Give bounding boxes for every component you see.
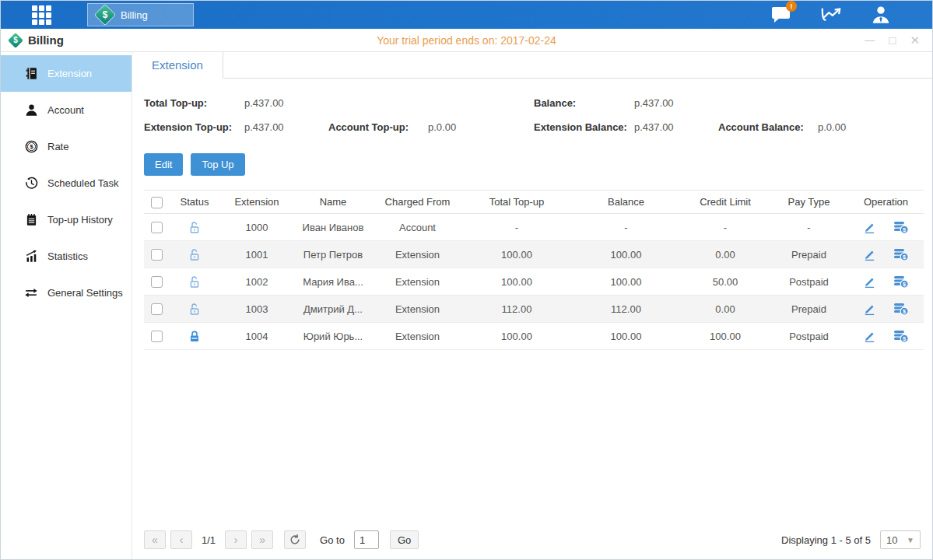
window-title: Billing [28, 33, 64, 47]
lock-open-icon[interactable] [188, 303, 201, 316]
extension-balance-label: Extension Balance: [534, 121, 634, 133]
prev-page-button[interactable]: ‹ [170, 530, 192, 549]
tab-extension[interactable]: Extension [132, 52, 223, 79]
col-extension: Extension [220, 191, 293, 214]
chevron-down-icon: ▼ [907, 536, 914, 544]
total-topup-label: Total Top-up: [144, 97, 244, 109]
window-title-group: $ Billing [1, 33, 64, 47]
top-up-button[interactable]: Top Up [191, 153, 244, 176]
col-charged-from: Charged From [373, 191, 462, 214]
content: Total Top-up: p.437.00 Extension Top-up:… [132, 79, 933, 559]
account-icon [24, 103, 38, 117]
apps-grid-glyph [30, 4, 52, 26]
col-credit-limit: Credit Limit [681, 191, 770, 214]
first-page-button[interactable]: « [144, 530, 166, 549]
action-buttons: Edit Top Up [144, 153, 924, 176]
topup-coins-icon[interactable]: $ [893, 302, 909, 316]
row-checkbox[interactable] [151, 276, 163, 288]
page-indicator: 1/1 [202, 534, 216, 546]
sidebar-item-scheduled-task[interactable]: Scheduled Task [1, 165, 132, 201]
statistics-chart-icon[interactable] [820, 5, 842, 25]
total-topup-value: p.437.00 [244, 97, 328, 109]
table-row: 1004 Юрий Юрь... Extension 100.00 100.00… [144, 323, 924, 350]
top-bar: $ Billing ! [1, 1, 932, 29]
page-size-value: 10 [886, 534, 897, 546]
lock-open-icon[interactable] [188, 221, 201, 234]
maximize-icon[interactable]: □ [889, 34, 896, 46]
row-checkbox[interactable] [151, 222, 163, 233]
extension-topup-label: Extension Top-up: [144, 121, 244, 133]
sidebar-item-label: General Settings [47, 287, 123, 299]
window-controls: — □ ✕ [865, 34, 932, 46]
account-balance-value: p.0.00 [818, 121, 846, 133]
last-page-button[interactable]: » [251, 530, 273, 549]
app-body: Extension Account $ Rate Scheduled Task [1, 52, 932, 559]
table-row: 1003 Дмитрий Д... Extension 112.00 112.0… [144, 296, 924, 323]
edit-pencil-icon[interactable] [863, 221, 876, 234]
edit-button[interactable]: Edit [144, 153, 183, 176]
edit-pencil-icon[interactable] [863, 275, 876, 289]
edit-pencil-icon[interactable] [863, 248, 876, 261]
sidebar-item-label: Scheduled Task [47, 177, 119, 189]
lock-open-icon[interactable] [188, 248, 201, 261]
sidebar-item-statistics[interactable]: Statistics [1, 238, 132, 275]
sidebar-item-extension[interactable]: Extension [1, 55, 132, 92]
refresh-button[interactable] [284, 530, 306, 549]
task-tab-billing[interactable]: $ Billing [87, 3, 194, 26]
account-topup-value: p.0.00 [428, 121, 456, 133]
row-checkbox[interactable] [151, 249, 163, 261]
title-bar: Your trial period ends on: 2017-02-24 $ … [1, 29, 932, 52]
sidebar-item-account[interactable]: Account [1, 92, 132, 128]
table-row: 1002 Мария Ива... Extension 100.00 100.0… [144, 268, 924, 296]
row-checkbox[interactable] [151, 331, 163, 342]
displaying-text: Displaying 1 - 5 of 5 [781, 534, 871, 546]
close-icon[interactable]: ✕ [910, 34, 920, 46]
topup-coins-icon[interactable]: $ [893, 220, 909, 234]
edit-pencil-icon[interactable] [863, 330, 876, 343]
goto-page-input[interactable] [354, 530, 379, 549]
summary-right: Balance: p.437.00 Extension Balance: p.4… [534, 91, 924, 139]
col-name: Name [293, 191, 373, 214]
edit-pencil-icon[interactable] [863, 303, 876, 316]
topbar-icons: ! [770, 5, 932, 25]
apps-grid-icon[interactable] [28, 4, 54, 26]
go-button[interactable]: Go [390, 530, 419, 549]
messages-icon[interactable]: ! [770, 5, 792, 25]
lock-open-icon[interactable] [188, 275, 201, 289]
select-all-checkbox[interactable] [151, 197, 163, 208]
app-window: $ Billing ! [0, 0, 933, 560]
next-page-button[interactable]: › [225, 530, 247, 549]
sidebar: Extension Account $ Rate Scheduled Task [1, 52, 132, 559]
sidebar-item-general-settings[interactable]: General Settings [1, 275, 132, 311]
extension-balance-value: p.437.00 [634, 121, 718, 133]
trial-notice: Your trial period ends on: 2017-02-24 [1, 34, 932, 47]
user-glyph [871, 5, 891, 25]
col-operation: Operation [848, 191, 924, 214]
sidebar-item-rate[interactable]: $ Rate [1, 128, 132, 165]
col-total-topup: Total Top-up [462, 191, 571, 214]
svg-text:$: $ [30, 143, 33, 150]
topup-coins-icon[interactable]: $ [893, 247, 909, 261]
minimize-icon[interactable]: — [865, 35, 875, 45]
balance-value: p.437.00 [634, 97, 718, 109]
sidebar-item-label: Extension [47, 68, 92, 79]
task-tab-label: Billing [121, 9, 148, 21]
row-checkbox[interactable] [151, 303, 163, 315]
sidebar-item-label: Top-up History [47, 214, 113, 226]
page-size-select[interactable]: 10 ▼ [880, 530, 921, 549]
sidebar-item-topup-history[interactable]: Top-up History [1, 201, 132, 238]
billing-diamond-icon: $ [96, 5, 114, 24]
topup-coins-icon[interactable]: $ [893, 275, 909, 289]
account-topup-label: Account Top-up: [328, 121, 428, 133]
rate-icon: $ [24, 140, 38, 154]
billing-diamond-icon-small: $ [9, 33, 23, 47]
footer-right: Displaying 1 - 5 of 5 10 ▼ [781, 530, 921, 549]
pagination-bar: « ‹ 1/1 › » Go to Go [139, 525, 924, 559]
tab-strip: Extension [132, 52, 933, 79]
lock-closed-icon[interactable] [188, 330, 201, 343]
user-icon[interactable] [870, 5, 892, 25]
topup-coins-icon[interactable]: $ [893, 329, 909, 343]
table-row: 1000 Иван Иванов Account - - - - $ [144, 214, 924, 241]
col-status: Status [169, 191, 220, 214]
general-settings-icon [24, 286, 38, 300]
